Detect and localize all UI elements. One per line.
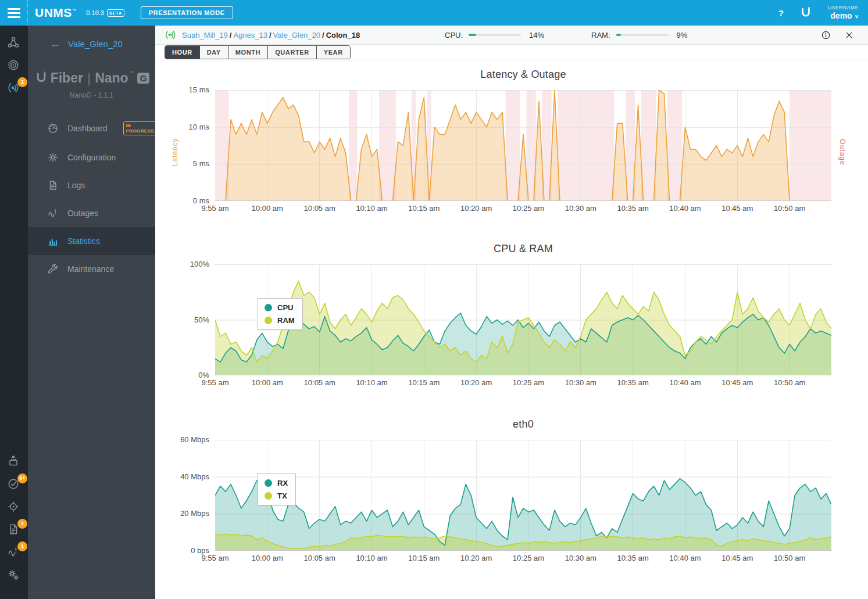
- chart-title: eth0: [215, 418, 831, 431]
- x-tick-label: 10:50 am: [774, 204, 805, 213]
- tab-month[interactable]: MONTH: [228, 46, 268, 59]
- x-tick-label: 10:15 am: [408, 554, 440, 562]
- rail-firmware-icon[interactable]: [7, 455, 21, 469]
- x-tick-label: 10:15 am: [408, 204, 440, 213]
- legend-label: CPU: [277, 303, 293, 312]
- x-tick-label: 10:25 am: [513, 378, 544, 387]
- sidebar-item-maintenance[interactable]: Maintenance: [28, 255, 155, 283]
- x-tick-label: 10:35 am: [617, 204, 649, 213]
- logo-trademark: ™: [130, 71, 134, 75]
- rail-endpoints-icon[interactable]: [7, 59, 21, 73]
- x-tick-label: 10:45 am: [721, 378, 753, 387]
- tab-year[interactable]: YEAR: [317, 46, 350, 59]
- legend-item-tx[interactable]: TX: [265, 492, 288, 500]
- rail-sites-icon[interactable]: [7, 36, 21, 50]
- ubiquiti-logo-icon[interactable]: [799, 6, 813, 20]
- x-tick-label: 9:55 am: [202, 204, 229, 213]
- rail-devices-icon[interactable]: 1: [7, 81, 21, 95]
- chart-plot-area: 0 ms5 ms10 ms15 msLatencyOutage9:55 am10…: [215, 90, 831, 214]
- x-tick-label: 10:45 am: [721, 204, 753, 213]
- chart-title: Latency & Outage: [215, 69, 831, 81]
- rail-outages-icon[interactable]: 1: [7, 546, 21, 559]
- sidebar-item-logs[interactable]: Logs: [28, 171, 155, 199]
- y-axis-label-latency: Latency: [171, 138, 179, 166]
- info-icon[interactable]: [821, 30, 831, 40]
- icon-rail-bottom: 9+11: [7, 455, 21, 591]
- rail-settings-icon[interactable]: [7, 568, 21, 582]
- rail-discovery-icon[interactable]: [7, 500, 21, 514]
- sidebar-item-label: Maintenance: [67, 264, 114, 274]
- maintenance-icon: [47, 263, 59, 275]
- chart-legend: CPURAM: [258, 298, 303, 330]
- tab-day[interactable]: DAY: [200, 46, 228, 59]
- x-tick-label: 10:30 am: [565, 378, 596, 387]
- chart-legend: RXTX: [258, 474, 296, 505]
- beta-badge: BETA: [107, 9, 124, 17]
- chart-canvas: [215, 90, 831, 201]
- chart-canvas: [215, 440, 831, 551]
- y-tick-label: 60 Mbps: [157, 435, 209, 444]
- ram-meter-value: 9%: [677, 31, 688, 40]
- legend-label: RAM: [277, 316, 295, 325]
- legend-item-cpu[interactable]: CPU: [265, 303, 295, 312]
- x-tick-label: 10:40 am: [669, 204, 701, 213]
- device-sidebar: ← Vale_Glen_20 Fiber|Nano™G NanoG - 1.1.…: [28, 26, 155, 599]
- x-axis: 9:55 am10:00 am10:05 am10:10 am10:15 am1…: [215, 551, 831, 564]
- x-tick-label: 10:20 am: [460, 554, 492, 562]
- time-range-tab-row: HOURDAYMONTHQUARTERYEAR: [155, 45, 868, 60]
- back-to-site-link[interactable]: ← Vale_Glen_20: [28, 26, 155, 59]
- breadcrumb-Agnes_13[interactable]: Agnes_13: [233, 31, 267, 40]
- x-tick-label: 10:05 am: [304, 204, 335, 213]
- ram-meter-label: RAM:: [591, 31, 610, 40]
- eth0-chart: eth0 0 bps20 Mbps40 Mbps60 MbpsRXTX9:55 …: [155, 418, 868, 564]
- breadcrumb-Vale_Glen_20[interactable]: Vale_Glen_20: [273, 31, 320, 40]
- sidebar-item-configuration[interactable]: Configuration: [28, 144, 155, 171]
- ram-meter-fill: [616, 34, 621, 36]
- x-tick-label: 10:50 am: [774, 554, 805, 562]
- x-tick-label: 10:40 am: [669, 554, 701, 562]
- trademark-mark: ™: [72, 8, 77, 13]
- rail-logs-icon[interactable]: 1: [7, 523, 21, 537]
- rail-tasks-icon[interactable]: 9+: [7, 478, 21, 492]
- user-menu[interactable]: USERNAME demo∨: [828, 5, 859, 21]
- configuration-icon: [47, 152, 59, 163]
- dashboard-icon: [47, 123, 59, 134]
- notification-badge: 9+: [17, 474, 27, 483]
- hamburger-menu-icon[interactable]: [0, 0, 28, 26]
- sidebar-item-outages[interactable]: Outages: [28, 199, 155, 227]
- legend-item-ram[interactable]: RAM: [265, 316, 295, 325]
- tab-quarter[interactable]: QUARTER: [268, 46, 317, 59]
- sidebar-item-label: Configuration: [67, 153, 116, 162]
- breadcrumb-separator: /: [269, 31, 272, 40]
- back-site-name: Vale_Glen_20: [68, 39, 123, 49]
- breadcrumb-Colon_18: Colon_18: [326, 31, 360, 40]
- top-bar: UNMS™ 0.10.3 BETA PRESENTATION MODE ? US…: [0, 0, 868, 26]
- app-logo: UNMS™: [35, 6, 77, 20]
- sidebar-item-dashboard[interactable]: DashboardIN PROGRESS: [28, 113, 155, 144]
- cpu-meter-fill: [469, 34, 476, 36]
- breadcrumb-Suah_Mill_19[interactable]: Suah_Mill_19: [182, 31, 228, 40]
- legend-dot: [265, 492, 272, 500]
- x-tick-label: 10:00 am: [252, 554, 283, 562]
- x-tick-label: 10:25 am: [513, 554, 544, 562]
- x-tick-label: 10:00 am: [252, 378, 283, 387]
- presentation-mode-button[interactable]: PRESENTATION MODE: [141, 6, 233, 19]
- device-brand-word: Fiber: [51, 70, 83, 86]
- logs-doc-icon: [47, 180, 59, 191]
- legend-label: TX: [277, 492, 287, 500]
- username-value: demo∨: [828, 11, 859, 21]
- statistics-panel: Suah_Mill_19/Agnes_13/Vale_Glen_20/Colon…: [155, 26, 868, 599]
- device-subtitle: NanoG - 1.1.1: [28, 91, 155, 99]
- close-icon[interactable]: [844, 30, 854, 40]
- legend-item-rx[interactable]: RX: [265, 479, 288, 487]
- sidebar-item-statistics[interactable]: Statistics: [28, 227, 155, 255]
- help-icon[interactable]: ?: [778, 8, 784, 18]
- y-tick-label: 20 Mbps: [157, 509, 209, 518]
- device-status-icon: [165, 29, 176, 41]
- sidebar-item-label: Statistics: [67, 236, 100, 246]
- ufiber-u-icon: [34, 70, 49, 85]
- cpu-meter-value: 14%: [529, 31, 544, 40]
- tab-hour[interactable]: HOUR: [165, 46, 200, 59]
- y-tick-label: 50%: [157, 315, 209, 324]
- in-progress-badge: IN PROGRESS: [123, 121, 158, 135]
